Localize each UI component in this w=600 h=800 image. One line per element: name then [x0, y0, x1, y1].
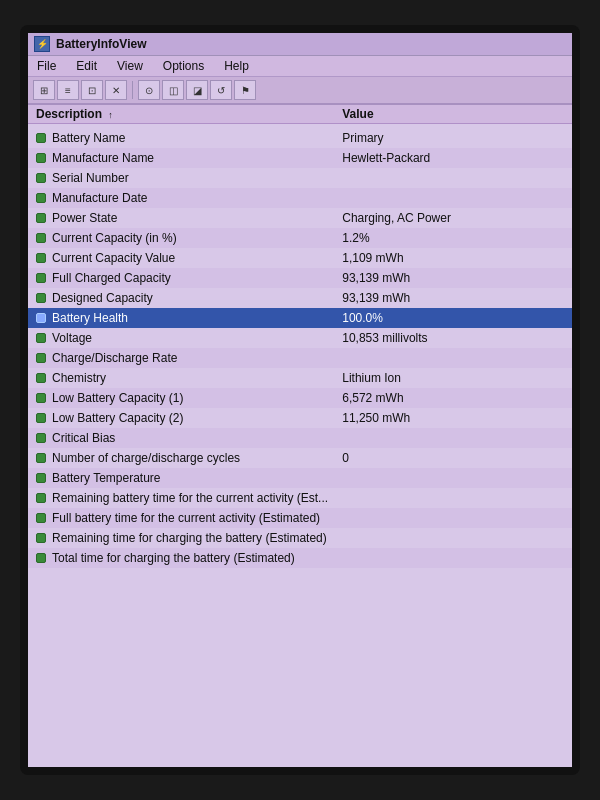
- header-description: Description ↑: [36, 107, 342, 121]
- row-value: Charging, AC Power: [342, 211, 564, 225]
- table-header: Description ↑ Value: [28, 105, 572, 124]
- table-row[interactable]: Battery Health100.0%: [28, 308, 572, 328]
- row-label: Serial Number: [52, 171, 342, 185]
- row-icon: [36, 313, 46, 323]
- row-value: 93,139 mWh: [342, 271, 564, 285]
- toolbar-btn-flag[interactable]: ⚑: [234, 80, 256, 100]
- row-value: 0: [342, 451, 564, 465]
- title-bar: ⚡ BatteryInfoView: [28, 33, 572, 56]
- row-label: Remaining battery time for the current a…: [52, 491, 342, 505]
- screen: ⚡ BatteryInfoView FileEditViewOptionsHel…: [28, 33, 572, 767]
- row-label: Number of charge/discharge cycles: [52, 451, 342, 465]
- row-label: Low Battery Capacity (1): [52, 391, 342, 405]
- row-label: Current Capacity (in %): [52, 231, 342, 245]
- row-icon: [36, 293, 46, 303]
- row-value: 6,572 mWh: [342, 391, 564, 405]
- table-row[interactable]: Critical Bias: [28, 428, 572, 448]
- menu-item-edit[interactable]: Edit: [73, 58, 100, 74]
- toolbar-btn-new[interactable]: ⊞: [33, 80, 55, 100]
- row-icon: [36, 533, 46, 543]
- row-label: Full battery time for the current activi…: [52, 511, 342, 525]
- row-value: 100.0%: [342, 311, 564, 325]
- row-icon: [36, 493, 46, 503]
- table-row[interactable]: Full battery time for the current activi…: [28, 508, 572, 528]
- table-row[interactable]: Low Battery Capacity (2)11,250 mWh: [28, 408, 572, 428]
- table-row[interactable]: Low Battery Capacity (1)6,572 mWh: [28, 388, 572, 408]
- row-label: Power State: [52, 211, 342, 225]
- row-label: Low Battery Capacity (2): [52, 411, 342, 425]
- menu-item-options[interactable]: Options: [160, 58, 207, 74]
- table-row[interactable]: ChemistryLithium Ion: [28, 368, 572, 388]
- app-icon: ⚡: [34, 36, 50, 52]
- row-label: Battery Health: [52, 311, 342, 325]
- table-row[interactable]: Full Charged Capacity93,139 mWh: [28, 268, 572, 288]
- row-icon: [36, 353, 46, 363]
- table-row[interactable]: Battery NamePrimary: [28, 128, 572, 148]
- row-value: 1,109 mWh: [342, 251, 564, 265]
- toolbar-btn-copy1[interactable]: ⊙: [138, 80, 160, 100]
- row-icon: [36, 393, 46, 403]
- toolbar-btn-copy2[interactable]: ◫: [162, 80, 184, 100]
- toolbar-btn-report[interactable]: ⊡: [81, 80, 103, 100]
- menu-bar: FileEditViewOptionsHelp: [28, 56, 572, 77]
- table-row[interactable]: Total time for charging the battery (Est…: [28, 548, 572, 568]
- row-icon: [36, 453, 46, 463]
- row-label: Total time for charging the battery (Est…: [52, 551, 342, 565]
- table-row[interactable]: Current Capacity (in %)1.2%: [28, 228, 572, 248]
- row-icon: [36, 513, 46, 523]
- toolbar-btn-refresh[interactable]: ↺: [210, 80, 232, 100]
- row-icon: [36, 233, 46, 243]
- row-icon: [36, 333, 46, 343]
- row-label: Voltage: [52, 331, 342, 345]
- table-row[interactable]: Battery Temperature: [28, 468, 572, 488]
- menu-item-view[interactable]: View: [114, 58, 146, 74]
- toolbar: ⊞≡⊡✕⊙◫◪↺⚑: [28, 77, 572, 105]
- row-icon: [36, 213, 46, 223]
- toolbar-btn-close[interactable]: ✕: [105, 80, 127, 100]
- table-body: Battery NamePrimaryManufacture NameHewle…: [28, 124, 572, 767]
- row-icon: [36, 473, 46, 483]
- row-icon: [36, 273, 46, 283]
- row-label: Manufacture Date: [52, 191, 342, 205]
- sort-arrow: ↑: [108, 110, 113, 120]
- toolbar-btn-copy3[interactable]: ◪: [186, 80, 208, 100]
- menu-item-file[interactable]: File: [34, 58, 59, 74]
- table-row[interactable]: Remaining time for charging the battery …: [28, 528, 572, 548]
- row-icon: [36, 153, 46, 163]
- row-value: 11,250 mWh: [342, 411, 564, 425]
- menu-item-help[interactable]: Help: [221, 58, 252, 74]
- row-label: Remaining time for charging the battery …: [52, 531, 342, 545]
- monitor-bezel: ⚡ BatteryInfoView FileEditViewOptionsHel…: [20, 25, 580, 775]
- row-value: 10,853 millivolts: [342, 331, 564, 345]
- table-row[interactable]: Current Capacity Value1,109 mWh: [28, 248, 572, 268]
- row-icon: [36, 193, 46, 203]
- row-label: Full Charged Capacity: [52, 271, 342, 285]
- toolbar-btn-open[interactable]: ≡: [57, 80, 79, 100]
- row-icon: [36, 413, 46, 423]
- row-icon: [36, 433, 46, 443]
- table-row[interactable]: Designed Capacity93,139 mWh: [28, 288, 572, 308]
- table-row[interactable]: Number of charge/discharge cycles0: [28, 448, 572, 468]
- table-row[interactable]: Power StateCharging, AC Power: [28, 208, 572, 228]
- table-row[interactable]: Manufacture Date: [28, 188, 572, 208]
- table-row[interactable]: Remaining battery time for the current a…: [28, 488, 572, 508]
- row-label: Battery Name: [52, 131, 342, 145]
- table-row[interactable]: Serial Number: [28, 168, 572, 188]
- row-label: Critical Bias: [52, 431, 342, 445]
- row-icon: [36, 133, 46, 143]
- row-value: 93,139 mWh: [342, 291, 564, 305]
- table-row[interactable]: Voltage10,853 millivolts: [28, 328, 572, 348]
- row-icon: [36, 553, 46, 563]
- row-value: Hewlett-Packard: [342, 151, 564, 165]
- window-title: BatteryInfoView: [56, 37, 146, 51]
- row-label: Charge/Discharge Rate: [52, 351, 342, 365]
- row-label: Chemistry: [52, 371, 342, 385]
- row-icon: [36, 173, 46, 183]
- table-row[interactable]: Manufacture NameHewlett-Packard: [28, 148, 572, 168]
- table-row[interactable]: Charge/Discharge Rate: [28, 348, 572, 368]
- header-value: Value: [342, 107, 564, 121]
- row-value: Lithium Ion: [342, 371, 564, 385]
- row-label: Battery Temperature: [52, 471, 342, 485]
- row-label: Current Capacity Value: [52, 251, 342, 265]
- row-label: Manufacture Name: [52, 151, 342, 165]
